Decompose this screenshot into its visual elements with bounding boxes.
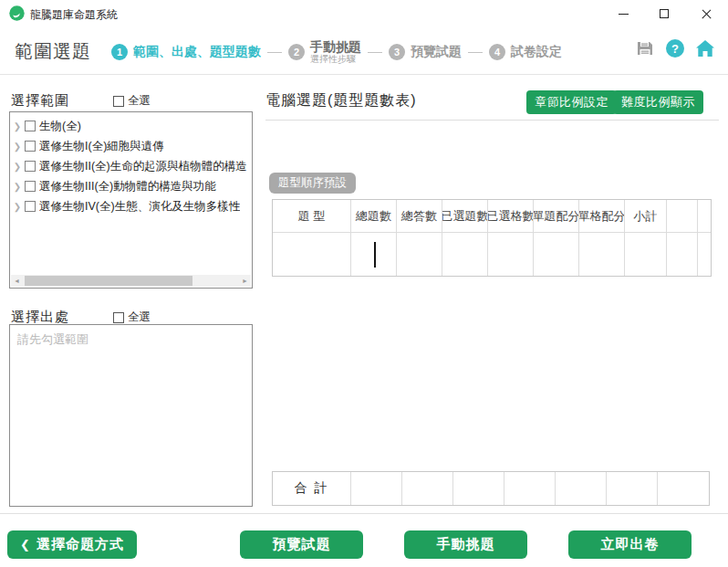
range-section-head: 選擇範圍 全選 xyxy=(11,92,151,110)
expand-chevron-icon[interactable]: ❯ xyxy=(12,121,23,131)
tree-checkbox[interactable] xyxy=(25,141,36,152)
step-3-preview[interactable]: 3 預覽試題 xyxy=(389,44,462,60)
selected-questions-cell[interactable] xyxy=(442,233,488,276)
minimize-button[interactable] xyxy=(608,0,639,27)
step-1-range[interactable]: 1 範圍、出處、題型題數 xyxy=(111,44,261,60)
step-2-manual-pick[interactable]: 2 手動挑題 選擇性步驟 xyxy=(288,39,361,65)
home-icon[interactable] xyxy=(695,38,715,58)
help-glyph: ? xyxy=(666,39,684,58)
choose-method-button[interactable]: ❮ 選擇命題方式 xyxy=(7,530,137,559)
tree-checkbox[interactable] xyxy=(25,161,36,172)
expand-chevron-icon[interactable]: ❯ xyxy=(12,142,23,152)
subtotal-cell[interactable] xyxy=(625,233,667,276)
choose-method-label: 選擇命題方式 xyxy=(36,536,124,553)
step-4-paper-settings[interactable]: 4 試卷設定 xyxy=(489,44,562,60)
total-cell xyxy=(556,472,607,505)
col-selected-questions: 已選題數 xyxy=(442,200,488,233)
panel-divider xyxy=(265,120,719,121)
col-total-answers: 總答數 xyxy=(397,200,442,233)
tree-checkbox[interactable] xyxy=(25,201,36,212)
points-per-blank-cell[interactable] xyxy=(579,233,625,276)
col-extra-2 xyxy=(698,200,711,233)
computer-selection-title: 電腦選題(題型題數表) xyxy=(265,91,417,110)
expand-chevron-icon[interactable]: ❯ xyxy=(12,182,23,192)
extra-cell[interactable] xyxy=(667,233,698,276)
scroll-left-icon[interactable]: ◄ xyxy=(11,275,23,287)
total-answers-cell[interactable] xyxy=(397,233,442,276)
generate-paper-button[interactable]: 立即出卷 xyxy=(568,530,692,559)
tree-item-label: 選修生物IV(全)生態、演化及生物多樣性 xyxy=(39,199,240,215)
tree-checkbox[interactable] xyxy=(25,121,36,131)
selected-blanks-cell[interactable] xyxy=(488,233,534,276)
step-2-badge: 2 xyxy=(288,44,305,60)
tree-item-label: 選修生物III(全)動物體的構造與功能 xyxy=(39,179,216,194)
source-select-all[interactable]: 全選 xyxy=(113,310,151,325)
total-questions-cell[interactable] xyxy=(351,233,397,276)
maximize-button[interactable] xyxy=(649,0,680,27)
step-4-badge: 4 xyxy=(489,44,505,60)
step-3-badge: 3 xyxy=(389,44,405,60)
tree-item-label: 選修生物II(全)生命的起源與植物體的構造 xyxy=(39,159,247,174)
scrollbar-thumb[interactable] xyxy=(25,276,192,286)
step-1-badge: 1 xyxy=(111,44,128,60)
window-title: 龍騰題庫命題系統 xyxy=(30,7,118,23)
question-type-table: 題 型 總題數 總答數 已選題數 已選格數 單題配分 單格配分 小計 xyxy=(272,199,712,277)
total-cell xyxy=(453,472,504,505)
range-tree: ❯ 生物(全) ❯ 選修生物I(全)細胞與遺傳 ❯ 選修生物II(全)生命的起源… xyxy=(9,111,253,289)
source-select-all-checkbox[interactable] xyxy=(113,312,124,323)
wizard-stepper: 1 範圍、出處、題型題數 2 手動挑題 選擇性步驟 3 預覽試題 4 試卷設定 xyxy=(111,33,562,71)
col-selected-blanks: 已選格數 xyxy=(488,200,534,233)
tree-item-biology-all[interactable]: ❯ 生物(全) xyxy=(12,116,250,136)
col-extra-1 xyxy=(667,200,698,233)
horizontal-scrollbar[interactable]: ◄ ► xyxy=(11,275,251,287)
app-logo-icon xyxy=(9,5,25,21)
total-cell xyxy=(402,472,453,505)
preview-questions-button[interactable]: 預覽試題 xyxy=(240,530,363,559)
step-3-label: 預覽試題 xyxy=(411,44,462,60)
points-per-question-cell[interactable] xyxy=(534,233,579,276)
footer-divider xyxy=(0,513,728,514)
range-select-all[interactable]: 全選 xyxy=(113,93,151,109)
help-icon[interactable]: ? xyxy=(665,38,685,58)
title-bar: 龍騰題庫命題系統 xyxy=(0,0,728,27)
source-list: 請先勾選範圍 xyxy=(9,324,253,507)
scroll-right-icon[interactable]: ► xyxy=(239,275,251,287)
range-select-all-checkbox[interactable] xyxy=(113,96,124,107)
page-title: 範圍選題 xyxy=(15,39,91,64)
header: 範圍選題 1 範圍、出處、題型題數 2 手動挑題 選擇性步驟 3 預覽試題 4 … xyxy=(0,27,728,75)
manual-pick-button[interactable]: 手動挑題 xyxy=(404,530,527,559)
col-question-type: 題 型 xyxy=(273,200,351,233)
minimize-icon xyxy=(619,14,629,15)
save-icon[interactable] xyxy=(635,38,655,58)
total-cell xyxy=(658,472,709,505)
chapter-ratio-button[interactable]: 章節比例設定 xyxy=(526,90,617,114)
source-placeholder: 請先勾選範圍 xyxy=(17,331,244,348)
difficulty-ratio-button[interactable]: 難度比例顯示 xyxy=(613,90,703,114)
table-body-row xyxy=(273,233,711,276)
header-icons: ? xyxy=(635,38,715,58)
question-type-cell[interactable] xyxy=(273,233,351,276)
step-separator xyxy=(368,52,382,53)
range-section-title: 選擇範圍 xyxy=(11,92,69,110)
text-cursor xyxy=(374,242,376,268)
close-button[interactable] xyxy=(691,0,722,27)
tree-checkbox[interactable] xyxy=(25,181,36,192)
question-order-preset-button[interactable]: 題型順序預設 xyxy=(269,173,356,194)
tree-item-label: 生物(全) xyxy=(39,119,81,134)
source-select-all-label: 全選 xyxy=(128,310,151,325)
extra-cell[interactable] xyxy=(698,233,711,276)
tree-item-elective-4[interactable]: ❯ 選修生物IV(全)生態、演化及生物多樣性 xyxy=(12,196,250,216)
step-4-label: 試卷設定 xyxy=(511,44,562,60)
total-row-label: 合 計 xyxy=(273,472,351,505)
tree-item-elective-3[interactable]: ❯ 選修生物III(全)動物體的構造與功能 xyxy=(12,176,250,196)
total-cell xyxy=(607,472,658,505)
expand-chevron-icon[interactable]: ❯ xyxy=(12,202,23,212)
total-cell xyxy=(351,472,402,505)
col-total-questions: 總題數 xyxy=(351,200,397,233)
step-2-label: 手動挑題 xyxy=(310,39,361,54)
total-cell xyxy=(504,472,556,505)
expand-chevron-icon[interactable]: ❯ xyxy=(12,162,23,172)
back-chevron-icon: ❮ xyxy=(20,538,31,551)
tree-item-elective-2[interactable]: ❯ 選修生物II(全)生命的起源與植物體的構造 xyxy=(12,156,250,176)
tree-item-elective-1[interactable]: ❯ 選修生物I(全)細胞與遺傳 xyxy=(12,136,250,156)
